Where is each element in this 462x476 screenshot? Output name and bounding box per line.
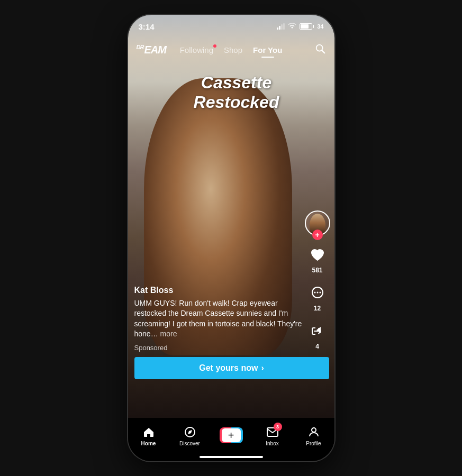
svg-marker-7 xyxy=(188,430,192,434)
home-icon xyxy=(141,425,156,440)
comment-action[interactable]: 12 xyxy=(307,282,328,312)
top-navigation: DREAM Following Shop For You xyxy=(128,38,334,61)
status-icons: 34 xyxy=(277,22,323,31)
brand-logo: DREAM xyxy=(137,44,166,56)
tab-shop[interactable]: Shop xyxy=(224,45,242,54)
nav-item-profile[interactable]: Profile xyxy=(298,425,330,446)
product-title-line2: Restocked xyxy=(181,93,292,112)
svg-line-1 xyxy=(322,50,324,53)
nav-item-discover[interactable]: Discover xyxy=(174,425,206,446)
creator-name: Kat Bloss xyxy=(134,286,303,295)
inbox-icon-container: 3 xyxy=(265,425,280,440)
nav-label-home: Home xyxy=(141,441,156,446)
home-indicator xyxy=(200,456,263,458)
svg-point-5 xyxy=(319,292,321,294)
svg-point-8 xyxy=(312,428,316,432)
discover-icon xyxy=(183,425,197,440)
add-button[interactable]: + xyxy=(220,427,243,443)
plus-icon: + xyxy=(222,428,241,442)
bottom-navigation: Home Discover + xyxy=(128,418,334,461)
like-action[interactable]: 581 xyxy=(307,244,328,274)
product-overlay: Cassette Restocked xyxy=(181,73,292,112)
nav-item-home[interactable]: Home xyxy=(133,425,165,446)
nav-item-inbox[interactable]: 3 Inbox xyxy=(257,425,288,446)
status-time: 3:14 xyxy=(139,22,155,31)
heart-icon xyxy=(307,244,328,266)
bottom-content: Kat Bloss UMM GUYS! Run don't walk! Crap… xyxy=(134,286,303,379)
battery-level: 34 xyxy=(317,23,323,30)
cta-button[interactable]: Get yours now › xyxy=(134,357,329,379)
nav-item-add[interactable]: + xyxy=(215,427,247,443)
inbox-badge: 3 xyxy=(274,423,282,431)
creator-avatar-container[interactable]: + xyxy=(305,210,330,236)
svg-point-3 xyxy=(314,292,315,294)
sponsored-badge: Sponsored xyxy=(134,344,303,352)
tab-for-you[interactable]: For You xyxy=(253,45,282,54)
svg-point-4 xyxy=(316,292,318,294)
wifi-icon xyxy=(288,22,296,31)
product-title-line1: Cassette xyxy=(181,73,292,93)
status-bar: 3:14 34 xyxy=(128,15,334,38)
caption-more[interactable]: more xyxy=(160,329,177,338)
share-icon xyxy=(307,321,328,342)
comment-count: 12 xyxy=(314,305,321,312)
like-count: 581 xyxy=(312,267,322,274)
nav-tabs: Following Shop For You xyxy=(180,45,283,54)
battery-icon xyxy=(300,23,312,30)
follow-button[interactable]: + xyxy=(312,230,323,240)
nav-label-profile: Profile xyxy=(306,441,321,446)
comment-icon xyxy=(307,282,328,304)
tab-following[interactable]: Following xyxy=(180,45,213,54)
share-action[interactable]: 4 xyxy=(307,321,328,350)
caption-text: UMM GUYS! Run don't walk! Crap eyewear r… xyxy=(134,298,303,340)
phone-frame: 3:14 34 DREAM xyxy=(128,15,334,461)
nav-label-inbox: Inbox xyxy=(266,441,278,446)
share-count: 4 xyxy=(315,343,319,350)
nav-label-discover: Discover xyxy=(179,441,200,446)
search-button[interactable] xyxy=(314,43,326,57)
signal-icon xyxy=(277,23,285,30)
profile-icon xyxy=(306,425,321,440)
right-actions: + 581 12 xyxy=(305,210,330,350)
